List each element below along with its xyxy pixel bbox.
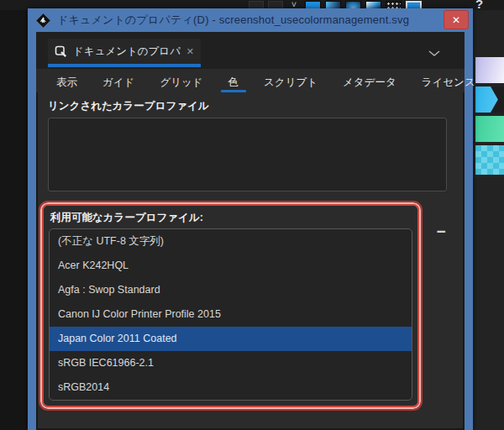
linked-profiles-list[interactable]: [48, 118, 447, 191]
canvas-object-cyan: [475, 87, 504, 113]
tab-label: ガイド: [102, 76, 134, 88]
dock-tab-label: ドキュメントのプロパティ(D): [73, 45, 181, 59]
tab[interactable]: 色: [228, 76, 239, 92]
dock-tab-close-icon[interactable]: ✕: [186, 46, 194, 57]
canvas-object-green: [475, 116, 504, 142]
close-icon: ✕: [452, 14, 460, 26]
dialog-title: ドキュメントのプロパティ(D) - screenshot_usecolorman…: [57, 13, 409, 28]
profile-name: sRGB IEC61966-2.1: [58, 357, 154, 369]
dock-tab-document-properties[interactable]: ドキュメントのプロパティ(D) ✕: [48, 39, 201, 67]
document-properties-icon: [55, 45, 67, 58]
profile-list-item[interactable]: Japan Color 2011 Coated: [50, 327, 412, 351]
tab-bar: 表示ガイドグリッド色スクリプトメタデータライセンス: [36, 69, 465, 92]
canvas-area: [473, 10, 504, 430]
tab-label: 表示: [56, 76, 77, 88]
profile-list-item[interactable]: sRGB IEC61966-2.1: [50, 351, 412, 375]
profile-list-item[interactable]: Canon IJ Color Printer Profile 2015: [50, 302, 412, 327]
tab-label: 色: [228, 76, 239, 88]
canvas-object-checkerboard: [475, 145, 504, 175]
tab[interactable]: メタデータ: [343, 76, 396, 92]
profile-list-item[interactable]: (不正な UTF-8 文字列): [50, 229, 412, 254]
close-button[interactable]: ✕: [444, 10, 469, 29]
tab-label: メタデータ: [343, 76, 396, 88]
tab[interactable]: ライセンス: [422, 76, 475, 92]
linked-profiles-label: リンクされたカラープロファイル: [48, 99, 453, 113]
screenshot-root: ˅ ? ドキュメントのプロパティ(D) - screenshot: [0, 0, 504, 430]
canvas-object-lavender: [475, 57, 504, 83]
available-profiles-label: 利用可能なカラープロファイル:: [50, 211, 412, 225]
dialog-body: ドキュメントのプロパティ(D) ✕ 表示ガイドグリッド色スクリプトメタデータライ…: [28, 32, 473, 430]
profile-name: sRGB2014: [58, 381, 109, 393]
dock-tab-strip: ドキュメントのプロパティ(D) ✕: [36, 32, 465, 69]
profile-name: Acer K242HQL: [58, 260, 129, 271]
remove-profile-button[interactable]: −: [431, 226, 451, 241]
available-profiles-list: (不正な UTF-8 文字列)Acer K242HQLAgfa : Swop S…: [49, 228, 412, 401]
available-profiles-section: 利用可能なカラープロファイル: (不正な UTF-8 文字列)Acer K242…: [48, 202, 453, 409]
inkscape-logo-icon: [36, 13, 50, 28]
tab[interactable]: スクリプト: [264, 76, 318, 92]
dialog-titlebar[interactable]: ドキュメントのプロパティ(D) - screenshot_usecolorman…: [28, 8, 473, 32]
profile-name: (不正な UTF-8 文字列): [58, 235, 164, 247]
tab[interactable]: 表示: [56, 76, 77, 92]
profile-name: Japan Color 2011 Coated: [58, 333, 177, 344]
profile-list-item[interactable]: Acer K242HQL: [50, 254, 412, 278]
canvas-object-dark-arrow: [491, 87, 504, 113]
dock-collapse-chevron-icon[interactable]: [428, 45, 441, 60]
tab[interactable]: ガイド: [102, 76, 134, 92]
tab[interactable]: グリッド: [160, 76, 202, 92]
profile-name: Canon IJ Color Printer Profile 2015: [58, 308, 221, 320]
tab-label: ライセンス: [422, 76, 475, 88]
profile-list-item[interactable]: Agfa : Swop Standard: [50, 278, 412, 302]
highlight-ring: 利用可能なカラープロファイル: (不正な UTF-8 文字列)Acer K242…: [40, 202, 421, 409]
profile-list-item[interactable]: sRGB2014: [50, 375, 412, 400]
profile-name: Agfa : Swop Standard: [58, 284, 160, 296]
color-tab-content: リンクされたカラープロファイル 利用可能なカラープロファイル: (不正な UTF…: [36, 92, 465, 409]
tab-label: スクリプト: [264, 76, 318, 88]
document-properties-dialog: ドキュメントのプロパティ(D) - screenshot_usecolorman…: [28, 8, 473, 430]
tab-label: グリッド: [160, 76, 202, 88]
